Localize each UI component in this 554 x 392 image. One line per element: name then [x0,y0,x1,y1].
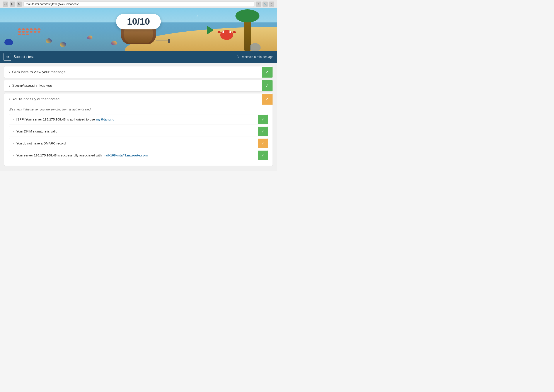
boat [121,27,156,44]
browser-toolbar: ☆ 🔧 ⋮ [256,1,274,7]
boat-inner [124,29,153,43]
nested-dmarc-header[interactable]: You do not have a DMARC record [9,138,268,148]
checkmark-icon [265,83,269,89]
nested-spf-label: [SPF] Your server 136.175.108.43 is auth… [16,118,114,121]
nested-ptr-header[interactable]: Your server 136.175.108.43 is successful… [9,150,268,160]
checkmark-icon [262,141,265,146]
chevron-down-icon [8,84,10,87]
star-icon[interactable]: ☆ [256,1,261,7]
accordion-authentication-body: We check if the server you are sending f… [4,105,272,166]
crab-claw-left [218,31,221,33]
checkmark-icon [262,129,265,134]
forward-button[interactable]: ▷ [10,1,15,7]
fish-school [17,28,44,36]
status-badge-authentication [262,94,272,105]
main-content: Click here to view your message SpamAssa… [0,63,277,171]
nested-dmarc-label-area: You do not have a DMARC record [9,138,258,148]
received-section: Received 0 minutes ago [236,55,273,59]
reload-button[interactable]: ↻ [17,1,22,7]
accordion-authentication-label-area: You're not fully authenticated [4,93,262,105]
nested-ptr: Your server 136.175.108.43 is successful… [9,150,268,160]
checkmark-icon [262,153,265,158]
accordion-authentication: You're not fully authenticated We check … [4,93,272,166]
accordion-spamassassin-label-area: SpamAssassin likes you [4,80,262,91]
accordion-view-message: Click here to view your message [4,66,272,78]
address-bar[interactable] [24,1,254,7]
checkmark-icon [265,96,269,102]
refresh-button[interactable] [3,53,11,61]
nested-ptr-label: Your server 136.175.108.43 is successful… [16,154,148,157]
subject-left-section: Subject : test [3,53,34,61]
accordion-spamassassin-label: SpamAssassin likes you [12,84,52,88]
status-badge-spamassassin [262,80,272,91]
nested-spf-header[interactable]: [SPF] Your server 136.175.108.43 is auth… [9,114,268,124]
subject-bar: Subject : test Received 0 minutes ago [0,51,277,63]
status-badge-ptr [258,151,268,160]
accordion-authentication-label: You're not fully authenticated [12,97,59,101]
rock [250,43,261,51]
chevron-down-icon [8,70,10,74]
boat-body [121,27,156,44]
nested-spf: [SPF] Your server 136.175.108.43 is auth… [9,114,268,124]
nested-ptr-host: mail-108-mta43.mxroute.com [103,154,148,157]
tropical-fish-4 [111,41,117,45]
green-arrow [207,26,214,35]
nested-dmarc: You do not have a DMARC record [9,138,268,148]
nested-ptr-label-area: Your server 136.175.108.43 is successful… [9,150,258,160]
blue-fish [4,39,13,45]
accordion-spamassassin-header[interactable]: SpamAssassin likes you [4,80,272,91]
status-badge-spf [258,115,268,124]
accordion-view-message-label: Click here to view your message [12,70,66,74]
subject-label: Subject : test [14,55,34,59]
nested-spf-email: my@tang.lu [96,118,114,121]
refresh-icon [6,55,9,59]
chevron-down-icon [12,130,14,133]
nested-dmarc-label: You do not have a DMARC record [16,141,66,145]
nested-spf-label-area: [SPF] Your server 136.175.108.43 is auth… [9,114,258,124]
crab-claw-right [233,31,236,33]
tropical-fish-3 [87,35,92,39]
status-badge-dmarc [258,139,268,148]
accordion-authentication-description: We check if the server you are sending f… [9,108,268,111]
checkmark-icon [262,117,265,122]
menu-icon[interactable]: ⋮ [269,1,274,7]
tropical-fish-1 [46,38,52,43]
tropical-fish-2 [60,42,66,47]
seagull: ~^~ [194,15,201,19]
accordion-spamassassin: SpamAssassin likes you [4,80,272,91]
checkmark-icon [265,69,269,75]
boat-anchor [168,39,170,43]
browser-chrome: ◁ ▷ ↻ ☆ 🔧 ⋮ [0,0,277,8]
nested-dkim: Your DKIM signature is valid [9,126,268,136]
nested-ptr-ip: 136.175.108.43 [34,154,57,157]
chevron-down-icon [12,142,14,145]
nested-dkim-label-area: Your DKIM signature is valid [9,126,258,136]
accordion-view-message-label-area: Click here to view your message [4,66,262,78]
nested-dkim-label: Your DKIM signature is valid [16,129,57,133]
chevron-down-icon [12,118,14,121]
score-badge: 10/10 [116,14,161,29]
accordion-authentication-header[interactable]: You're not fully authenticated [4,93,272,105]
chevron-up-icon [8,98,10,101]
hero-banner: ~^~ 10/10 [0,8,277,51]
received-label: Received 0 minutes ago [241,55,273,59]
boat-rope [156,41,169,41]
crab-eye-right [229,31,231,33]
status-badge-view-message [262,67,272,77]
status-badge-dkim [258,126,268,136]
extensions-icon[interactable]: 🔧 [263,1,268,7]
nested-dkim-header[interactable]: Your DKIM signature is valid [9,126,268,136]
palm-leaves [235,9,259,22]
crab [220,30,233,40]
back-button[interactable]: ◁ [3,1,8,7]
clock-icon [236,55,239,59]
nested-spf-ip: 136.175.108.43 [43,118,66,121]
crab-eye-left [222,31,224,33]
chevron-down-icon [12,154,14,157]
accordion-view-message-header[interactable]: Click here to view your message [4,66,272,78]
